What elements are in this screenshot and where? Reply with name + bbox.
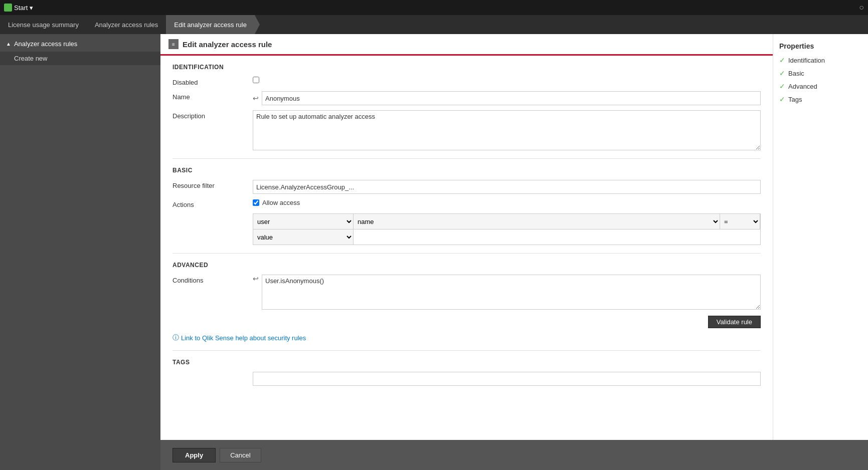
advanced-section: ADVANCED Conditions ↩ User.isAnonymous() <box>172 262 761 342</box>
description-textarea[interactable]: Rule to set up automatic analyzer access <box>253 110 761 150</box>
tags-row <box>172 372 761 386</box>
form-main: ≡ Edit analyzer access rule IDENTIFICATI… <box>160 34 773 440</box>
conditions-builder-row: user resource name email group <box>172 213 761 245</box>
conditions-textarea[interactable]: User.isAnonymous() <box>262 275 761 310</box>
cancel-button[interactable]: Cancel <box>220 448 261 462</box>
name-reset-icon[interactable]: ↩ <box>253 94 259 102</box>
help-icon: ⓘ <box>172 333 179 342</box>
validate-rule-button[interactable]: Validate rule <box>708 316 761 328</box>
disabled-label: Disabled <box>172 77 253 86</box>
validate-btn-wrap: Validate rule <box>253 316 761 328</box>
cond-col1-select[interactable]: user resource <box>253 214 354 229</box>
prop-item-advanced[interactable]: ✓ Advanced <box>779 82 862 90</box>
start-dropdown-icon: ▾ <box>30 4 33 12</box>
disabled-row: Disabled <box>172 77 761 86</box>
sidebar-create-new[interactable]: Create new <box>0 52 160 65</box>
breadcrumb-analyzer-rules[interactable]: Analyzer access rules <box>87 15 166 34</box>
advanced-title: ADVANCED <box>172 262 761 269</box>
divider-3 <box>172 350 761 351</box>
name-input[interactable] <box>262 91 761 105</box>
name-label: Name <box>172 91 253 101</box>
prop-label-tags: Tags <box>788 96 802 103</box>
identification-section: IDENTIFICATION Disabled <box>172 64 761 150</box>
tags-input[interactable] <box>253 372 761 386</box>
breadcrumb-nav: License usage summary Analyzer access ru… <box>0 15 868 34</box>
start-icon <box>4 4 12 12</box>
prop-check-basic: ✓ <box>779 69 785 77</box>
sidebar: ▲ Analyzer access rules Create new <box>0 34 160 470</box>
sidebar-section-label: Analyzer access rules <box>14 40 77 48</box>
conditions-spacer <box>172 213 253 215</box>
sidebar-chevron-icon: ▲ <box>6 41 11 47</box>
resource-filter-input[interactable] <box>253 180 761 194</box>
cancel-label: Cancel <box>230 451 250 459</box>
main-layout: ▲ Analyzer access rules Create new ≡ Edi… <box>0 34 868 470</box>
divider-1 <box>172 158 761 159</box>
breadcrumb-analyzer-label: Analyzer access rules <box>95 21 158 29</box>
conditions-table: user resource name email group <box>253 213 761 245</box>
allow-access-checkbox[interactable] <box>253 199 259 206</box>
bottom-bar: Apply Cancel <box>160 440 868 470</box>
resource-filter-label: Resource filter <box>172 180 253 189</box>
conditions-reset-icon[interactable]: ↩ <box>253 275 259 283</box>
description-row: Description Rule to set up automatic ana… <box>172 110 761 150</box>
start-button[interactable]: Start ▾ <box>4 4 33 12</box>
conditions-builder: user resource name email group <box>253 213 761 245</box>
divider-2 <box>172 253 761 254</box>
disabled-control <box>253 77 761 83</box>
edit-form-container: ≡ Edit analyzer access rule IDENTIFICATI… <box>160 34 868 440</box>
tags-title: TAGS <box>172 359 761 366</box>
basic-section: BASIC Resource filter Actions <box>172 167 761 245</box>
resource-filter-control <box>253 180 761 194</box>
basic-title: BASIC <box>172 167 761 174</box>
help-link-label: Link to Qlik Sense help about security r… <box>181 334 306 342</box>
prop-check-tags: ✓ <box>779 95 785 103</box>
conditions-row-1: user resource name email group <box>253 214 760 229</box>
apply-button[interactable]: Apply <box>172 448 216 462</box>
breadcrumb-edit-rule[interactable]: Edit analyzer access rule <box>166 15 255 34</box>
name-row: Name ↩ <box>172 91 761 105</box>
start-label: Start <box>14 4 28 12</box>
content-area: ≡ Edit analyzer access rule IDENTIFICATI… <box>160 34 868 470</box>
description-control: Rule to set up automatic analyzer access <box>253 110 761 150</box>
tags-spacer <box>172 372 253 374</box>
header-icon-symbol: ≡ <box>172 42 175 47</box>
name-control: ↩ <box>253 91 761 105</box>
apply-label: Apply <box>185 451 203 459</box>
disabled-checkbox[interactable] <box>253 77 259 83</box>
page-header-title: Edit analyzer access rule <box>183 40 272 49</box>
cond-col2-select[interactable]: name email group <box>354 214 720 229</box>
conditions-label: Conditions <box>172 275 253 284</box>
sidebar-create-new-label: Create new <box>14 55 47 62</box>
allow-access-wrap: Allow access <box>253 199 300 206</box>
tags-control <box>253 372 761 386</box>
user-icon: ○ <box>859 3 864 12</box>
prop-check-advanced: ✓ <box>779 82 785 90</box>
prop-item-tags[interactable]: ✓ Tags <box>779 95 862 103</box>
properties-panel: Properties ✓ Identification ✓ Basic ✓ Ad… <box>773 34 868 440</box>
actions-row: Actions Allow access <box>172 199 761 208</box>
page-header: ≡ Edit analyzer access rule <box>160 34 773 56</box>
breadcrumb-license-usage[interactable]: License usage summary <box>0 15 87 34</box>
prop-item-identification[interactable]: ✓ Identification <box>779 56 862 64</box>
allow-access-label: Allow access <box>262 199 300 206</box>
actions-control: Allow access <box>253 199 761 206</box>
cond-value-input[interactable] <box>354 229 760 245</box>
resource-filter-row: Resource filter <box>172 180 761 194</box>
conditions-row: Conditions ↩ User.isAnonymous() Validate… <box>172 275 761 328</box>
prop-item-basic[interactable]: ✓ Basic <box>779 69 862 77</box>
conditions-control: ↩ User.isAnonymous() Validate rule <box>253 275 761 328</box>
prop-check-identification: ✓ <box>779 56 785 64</box>
top-bar: Start ▾ ○ <box>0 0 868 15</box>
breadcrumb-edit-label: Edit analyzer access rule <box>174 21 247 29</box>
help-link[interactable]: ⓘ Link to Qlik Sense help about security… <box>172 333 761 342</box>
disabled-checkbox-wrap <box>253 77 259 83</box>
prop-label-advanced: Advanced <box>788 83 817 90</box>
cond-col3-select[interactable]: = != like <box>720 214 760 229</box>
conditions-input-wrap: ↩ User.isAnonymous() <box>253 275 761 310</box>
sidebar-section-header[interactable]: ▲ Analyzer access rules <box>0 36 160 52</box>
cond-value-select[interactable]: value <box>253 229 354 245</box>
identification-title: IDENTIFICATION <box>172 64 761 71</box>
properties-title: Properties <box>779 42 862 50</box>
page-header-icon: ≡ <box>168 39 179 49</box>
